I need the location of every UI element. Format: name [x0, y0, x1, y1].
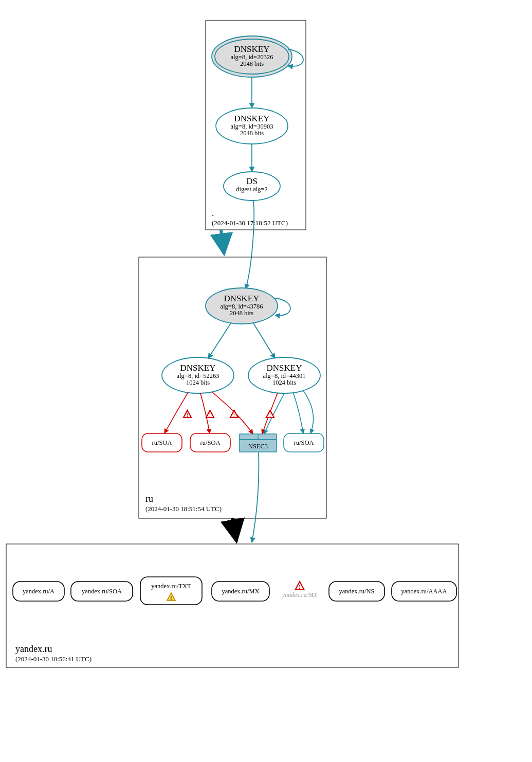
- svg-text:yandex.ru/AAAA: yandex.ru/AAAA: [401, 588, 447, 595]
- svg-text:2048 bits: 2048 bits: [230, 310, 253, 317]
- svg-text:!: !: [209, 412, 211, 418]
- svg-rect-40: [6, 544, 458, 667]
- edge-zsk2-nsec3: [264, 393, 284, 434]
- node-yandex-aaaa: yandex.ru/AAAA: [392, 582, 456, 601]
- svg-text:!: !: [269, 412, 271, 418]
- svg-text:DNSKEY: DNSKEY: [224, 294, 260, 303]
- svg-text:yandex.ru/SOA: yandex.ru/SOA: [82, 588, 122, 595]
- svg-text:DNSKEY: DNSKEY: [234, 114, 270, 123]
- svg-text:alg=8, id=44301: alg=8, id=44301: [263, 372, 306, 379]
- svg-text:1024 bits: 1024 bits: [272, 379, 296, 386]
- svg-text:DNSKEY: DNSKEY: [234, 44, 270, 54]
- edge-zsk1-soa1: [164, 392, 188, 433]
- edge-root-to-ru-zone: [221, 230, 224, 254]
- warn-icon-mx-ghost: !: [296, 582, 304, 590]
- edge-zsk2-soa3-b: [303, 391, 314, 433]
- zone-root: . (2024-01-30 17:18:52 UTC) DNSKEY alg=8…: [206, 21, 306, 230]
- node-ru-soa3: ru/SOA: [284, 433, 324, 452]
- edge-ds-to-ru-ksk: [246, 201, 254, 289]
- svg-text:!: !: [233, 412, 235, 418]
- zone-yandex-label: yandex.ru: [15, 644, 52, 654]
- svg-text:ru/SOA: ru/SOA: [294, 439, 314, 446]
- zone-yandex: yandex.ru (2024-01-30 18:56:41 UTC) yand…: [6, 544, 458, 667]
- svg-text:yandex.ru/NS: yandex.ru/NS: [339, 588, 374, 595]
- warn-icon-2: !: [206, 410, 214, 418]
- svg-text:ru/SOA: ru/SOA: [200, 439, 221, 446]
- svg-text:DS: DS: [246, 176, 258, 186]
- svg-text:1024 bits: 1024 bits: [186, 379, 210, 386]
- node-ru-zsk1: DNSKEY alg=8, id=52263 1024 bits: [162, 357, 234, 393]
- node-yandex-txt: yandex.ru/TXT !: [140, 577, 202, 605]
- svg-text:DNSKEY: DNSKEY: [180, 363, 216, 373]
- svg-text:alg=8, id=30903: alg=8, id=30903: [231, 123, 273, 130]
- edge-ru-to-yandex-zone: [232, 518, 236, 541]
- svg-text:ru/SOA: ru/SOA: [152, 439, 172, 446]
- zone-yandex-time: (2024-01-30 18:56:41 UTC): [15, 655, 91, 663]
- node-root-ksk: DNSKEY alg=8, id=20326 2048 bits: [212, 36, 292, 77]
- zone-ru: ru (2024-01-30 18:51:54 UTC) DNSKEY alg=…: [139, 257, 326, 518]
- svg-text:yandex.ru/MX: yandex.ru/MX: [222, 588, 259, 595]
- svg-text:alg=8, id=20326: alg=8, id=20326: [231, 53, 273, 61]
- edge-ru-ksk-zsk2: [253, 322, 275, 358]
- zone-root-label: .: [212, 208, 214, 218]
- node-ru-soa1: ru/SOA: [142, 433, 182, 452]
- svg-text:DNSKEY: DNSKEY: [267, 363, 302, 373]
- warn-icon-1: !: [184, 410, 191, 418]
- edge-nsec3-yandex: [252, 452, 259, 542]
- edge-zsk2-soa3-a: [293, 392, 303, 433]
- svg-text:!: !: [187, 412, 188, 418]
- edge-ru-ksk-zsk1: [208, 322, 231, 358]
- svg-text:2048 bits: 2048 bits: [240, 60, 264, 67]
- svg-text:alg=8, id=52263: alg=8, id=52263: [177, 372, 219, 379]
- node-root-zsk: DNSKEY alg=8, id=30903 2048 bits: [216, 108, 288, 144]
- svg-text:NSEC3: NSEC3: [248, 443, 268, 450]
- svg-text:!: !: [170, 595, 172, 601]
- svg-text:digest alg=2: digest alg=2: [236, 186, 268, 193]
- node-yandex-mx-ghost: ! yandex.ru/MX: [282, 582, 318, 598]
- zone-ru-time: (2024-01-30 18:51:54 UTC): [145, 505, 222, 513]
- node-ru-zsk2: DNSKEY alg=8, id=44301 1024 bits: [248, 357, 320, 393]
- node-ru-nsec3: NSEC3: [240, 434, 277, 452]
- zone-root-time: (2024-01-30 17:18:52 UTC): [212, 219, 288, 227]
- svg-text:!: !: [299, 584, 300, 590]
- node-yandex-soa: yandex.ru/SOA: [71, 582, 133, 601]
- svg-text:2048 bits: 2048 bits: [240, 130, 264, 137]
- node-yandex-a: yandex.ru/A: [13, 582, 64, 601]
- node-yandex-ns: yandex.ru/NS: [329, 582, 384, 601]
- svg-text:yandex.ru/TXT: yandex.ru/TXT: [151, 583, 191, 590]
- svg-text:yandex.ru/MX: yandex.ru/MX: [282, 591, 318, 598]
- svg-text:alg=8, id=43786: alg=8, id=43786: [221, 303, 263, 310]
- warn-icon-4: !: [266, 410, 274, 418]
- node-ru-soa2: ru/SOA: [190, 433, 230, 452]
- svg-text:yandex.ru/A: yandex.ru/A: [23, 588, 54, 595]
- warn-icon-3: !: [230, 410, 238, 418]
- zone-ru-label: ru: [145, 494, 153, 504]
- node-yandex-mx: yandex.ru/MX: [212, 582, 269, 601]
- node-ru-ksk: DNSKEY alg=8, id=43786 2048 bits: [206, 288, 278, 324]
- dnssec-diagram: . (2024-01-30 17:18:52 UTC) DNSKEY alg=8…: [0, 0, 532, 762]
- node-root-ds: DS digest alg=2: [224, 172, 280, 201]
